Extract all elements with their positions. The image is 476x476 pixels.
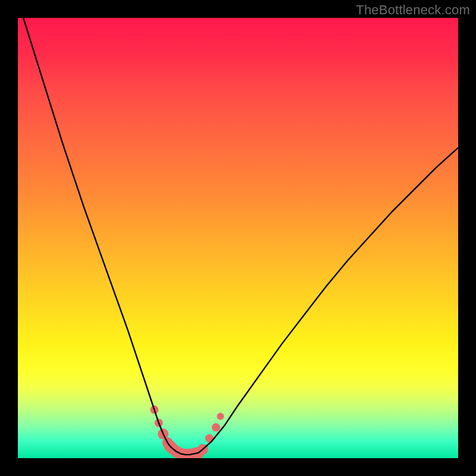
bottleneck-curve <box>18 18 458 455</box>
outer-frame: TheBottleneck.com <box>0 0 476 476</box>
chart-svg <box>18 18 458 458</box>
marker-group <box>150 406 224 458</box>
plot-area <box>18 18 458 458</box>
watermark-text: TheBottleneck.com <box>356 2 470 18</box>
marker-point <box>217 413 224 420</box>
marker-point <box>212 423 220 431</box>
